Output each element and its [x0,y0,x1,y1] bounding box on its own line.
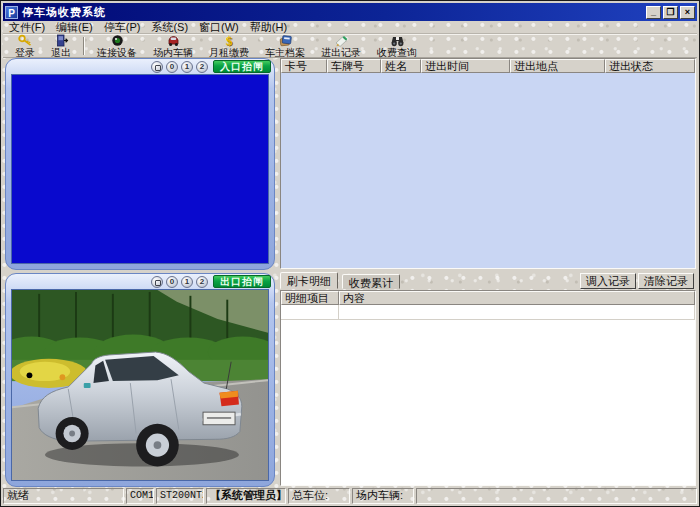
vehicles-in-lot-button[interactable]: 场内车辆 [145,35,201,57]
toolbar: 登录 退出 连接设备 场内车辆 $ 月租缴费 [3,34,697,58]
detail-empty-row [281,305,695,320]
camera-lens-icon [110,34,125,47]
connect-device-button[interactable]: 连接设备 [89,35,145,57]
toolbar-label: 月租缴费 [209,48,249,58]
clear-records-button[interactable]: 清除记录 [638,273,694,289]
camera-select-button[interactable] [151,276,163,288]
toolbar-label: 车主档案 [265,48,305,58]
channel-0-button[interactable]: 0 [166,61,178,73]
logout-button[interactable]: 退出 [43,35,79,57]
records-column-time[interactable]: 进出时间 [421,59,510,73]
toolbar-label: 场内车辆 [153,48,193,58]
menu-file[interactable]: 文件(F) [7,20,54,35]
menu-edit[interactable]: 编辑(E) [54,20,102,35]
camera-select-button[interactable] [151,61,163,73]
status-com-port: COM1 [126,488,154,504]
status-ready: 就绪 [3,488,124,504]
channel-0-button[interactable]: 0 [166,276,178,288]
key-icon [18,34,33,47]
app-icon: P [5,6,18,19]
records-column-location[interactable]: 进出地点 [510,59,605,73]
tab-fee-total[interactable]: 收费累计 [342,274,400,289]
toolbar-label: 连接设备 [97,48,137,58]
detail-tabs-row: 刷卡明细 收费累计 调入记录 清除记录 [280,272,696,290]
status-extra-segment [416,488,697,504]
close-button[interactable]: × [680,6,695,19]
menu-window[interactable]: 窗口(W) [197,20,248,35]
detail-table: 明细项目 内容 [280,290,696,486]
status-operator: 【系统管理员】 [206,488,286,504]
entrance-gate-open-button[interactable]: 入口抬闸 [213,60,271,73]
toolbar-label: 退出 [51,48,71,58]
title-bar: P 停车场收费系统 _ ❐ × [3,3,697,21]
entrance-panel-header: 0 1 2 入口抬闸 [6,60,274,73]
load-records-button[interactable]: 调入记录 [580,273,636,289]
menu-help[interactable]: 帮助(H) [248,20,296,35]
entry-exit-records-button[interactable]: 进出记录 [313,35,369,57]
pen-record-icon [334,34,349,47]
exit-camera-photo [12,290,268,480]
menu-bar: 文件(F) 编辑(E) 停车(P) 系统(S) 窗口(W) 帮助(H) [3,21,697,34]
records-table-header: 卡号 车牌号 姓名 进出时间 进出地点 进出状态 [281,59,695,73]
menu-parking[interactable]: 停车(P) [102,20,150,35]
detail-column-content[interactable]: 内容 [339,291,695,305]
status-bar: 就绪 COM1 ST200NT2 【系统管理员】 总车位: 场内车辆: [3,487,697,504]
channel-1-button[interactable]: 1 [181,61,193,73]
entrance-video-screen [11,74,269,264]
exit-camera-panel: 0 1 2 出口抬闸 [5,273,275,487]
records-column-status[interactable]: 进出状态 [605,59,695,73]
owner-files-button[interactable]: 车主档案 [257,35,313,57]
restore-button[interactable]: ❐ [663,6,678,19]
toolbar-label: 收费查询 [377,48,417,58]
monthly-fee-button[interactable]: $ 月租缴费 [201,35,257,57]
channel-1-button[interactable]: 1 [181,276,193,288]
exit-panel-header: 0 1 2 出口抬闸 [6,275,274,288]
binoculars-icon [390,34,405,47]
channel-2-button[interactable]: 2 [196,61,208,73]
app-window: P 停车场收费系统 _ ❐ × 文件(F) 编辑(E) 停车(P) 系统(S) … [0,0,700,507]
fee-query-button[interactable]: 收费查询 [369,35,425,57]
status-inside-vehicles: 场内车辆: [352,488,414,504]
channel-2-button[interactable]: 2 [196,276,208,288]
entrance-camera-panel: 0 1 2 入口抬闸 [5,58,275,270]
tab-card-details[interactable]: 刷卡明细 [280,272,338,289]
toolbar-label: 进出记录 [321,48,361,58]
minimize-button[interactable]: _ [646,6,661,19]
records-table: 卡号 车牌号 姓名 进出时间 进出地点 进出状态 [280,58,696,269]
dollar-icon: $ [226,34,233,47]
toolbar-label: 登录 [15,48,35,58]
exit-video-screen [11,289,269,481]
menu-system[interactable]: 系统(S) [149,20,197,35]
status-total-spaces: 总车位: [288,488,350,504]
login-button[interactable]: 登录 [7,35,43,57]
car-icon [166,34,181,47]
detail-table-body [281,320,695,485]
status-device: ST200NT2 [156,488,204,504]
detail-table-header: 明细项目 内容 [281,291,695,305]
exit-gate-open-button[interactable]: 出口抬闸 [213,275,271,288]
window-title: 停车场收费系统 [22,5,106,20]
records-column-name[interactable]: 姓名 [381,59,421,73]
records-table-body [281,73,695,268]
toolbar-separator [83,37,85,55]
exit-door-icon [54,34,69,47]
archive-books-icon [278,34,293,47]
records-column-card-no[interactable]: 卡号 [281,59,327,73]
records-column-plate-no[interactable]: 车牌号 [327,59,381,73]
detail-column-item[interactable]: 明细项目 [281,291,339,305]
